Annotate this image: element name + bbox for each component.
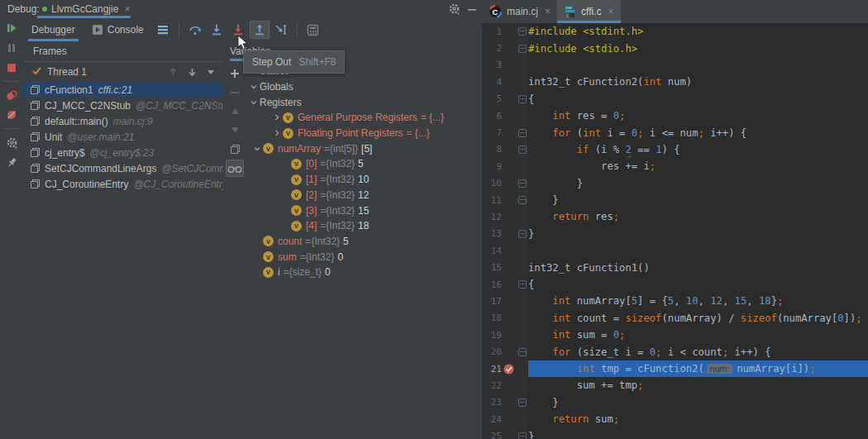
code-line-9[interactable]: 9 res += i; xyxy=(482,158,868,174)
variable-row[interactable]: v[0]= {Int32}5 xyxy=(245,156,482,172)
variable-row[interactable]: vi= {size_t}0 xyxy=(245,265,482,280)
gutter[interactable]: 8 xyxy=(482,141,528,158)
variable-row[interactable]: vFloating Point Registers= {...} xyxy=(245,126,482,141)
code-text[interactable]: for (size_t i = 0; i < count; i++) { xyxy=(528,343,868,360)
code-line-22[interactable]: 22 sum += tmp; xyxy=(482,377,868,394)
chevron-down-icon[interactable] xyxy=(248,83,260,91)
variable-row[interactable]: v[3]= {Int32}15 xyxy=(245,203,482,218)
variable-row[interactable]: v[1]= {Int32}10 xyxy=(245,172,482,188)
code-text[interactable] xyxy=(528,57,868,74)
fold-marker-icon[interactable] xyxy=(516,45,528,53)
code-text[interactable]: int sum = 0; xyxy=(528,327,868,343)
code-text[interactable]: { xyxy=(528,91,868,107)
chevron-right-icon[interactable] xyxy=(271,113,283,122)
gutter[interactable]: 2 xyxy=(482,40,528,56)
code-text[interactable]: int tmp = cFunction2(num:numArray[i]); xyxy=(528,360,868,377)
gutter[interactable]: 12 xyxy=(482,208,528,225)
fold-marker-icon[interactable] xyxy=(516,432,528,439)
pin-button[interactable] xyxy=(0,152,23,172)
fold-marker-icon[interactable] xyxy=(516,129,528,137)
code-text[interactable]: int32_t cFunction2(int num) xyxy=(528,74,868,90)
code-line-6[interactable]: 6 int res = 0; xyxy=(482,107,868,124)
code-line-19[interactable]: 19 int sum = 0; xyxy=(482,327,868,343)
frame-row[interactable]: default::main()main.cj:9 xyxy=(23,113,223,129)
settings-button[interactable] xyxy=(0,132,23,152)
code-text[interactable]: } xyxy=(528,226,868,242)
code-line-8[interactable]: 8 if (i % 2 == 1) { xyxy=(482,141,868,158)
down-arrow-icon[interactable] xyxy=(188,67,197,77)
dropdown-chevron-icon[interactable] xyxy=(207,69,215,75)
chevron-down-icon[interactable] xyxy=(248,98,260,107)
chevron-right-icon[interactable] xyxy=(271,129,283,137)
code-line-3[interactable]: 3 xyxy=(482,57,868,74)
pause-button[interactable] xyxy=(0,38,23,58)
code-text[interactable]: int count = sizeof(numArray) / sizeof(nu… xyxy=(528,310,868,327)
variable-row[interactable]: v[4]= {Int32}18 xyxy=(245,218,482,234)
code-text[interactable]: int numArray[5] = {5, 10, 12, 15, 18}; xyxy=(528,293,868,309)
settings-icon[interactable] xyxy=(448,2,460,15)
tab-debugger[interactable]: Debugger xyxy=(23,19,83,41)
fold-marker-icon[interactable] xyxy=(516,146,528,154)
gutter[interactable]: 17 xyxy=(482,293,528,309)
gutter[interactable]: 19 xyxy=(482,327,528,343)
fold-marker-icon[interactable] xyxy=(516,230,528,238)
threads-menu-icon[interactable] xyxy=(153,21,173,39)
code-text[interactable]: res += i; xyxy=(528,158,868,174)
code-line-7[interactable]: 7 for (int i = 0; i <= num; i++) { xyxy=(482,124,868,141)
code-line-13[interactable]: 13} xyxy=(482,226,868,242)
code-line-17[interactable]: 17 int numArray[5] = {5, 10, 12, 15, 18}… xyxy=(482,293,868,309)
frame-row[interactable]: cj_entry$@cj_entry$:23 xyxy=(23,145,223,160)
stop-button[interactable] xyxy=(0,58,23,78)
gutter[interactable]: 6 xyxy=(482,107,528,124)
breakpoint-check-icon[interactable] xyxy=(502,364,516,375)
gutter[interactable]: 3 xyxy=(482,57,528,74)
evaluate-expression-button[interactable] xyxy=(303,21,323,39)
code-area[interactable]: 1#include <stdint.h>2#include <stdio.h>3… xyxy=(482,23,868,439)
editor-tab-main.cj[interactable]: Cmain.cj× xyxy=(482,0,557,23)
gutter[interactable]: 20 xyxy=(482,343,528,360)
code-line-16[interactable]: 16{ xyxy=(482,276,868,293)
code-line-25[interactable]: 25} xyxy=(482,427,868,439)
variable-row[interactable]: Globals xyxy=(245,79,482,95)
gutter[interactable]: 9 xyxy=(482,158,528,174)
gutter[interactable]: 15 xyxy=(482,259,528,275)
code-text[interactable]: } xyxy=(528,427,868,439)
chevron-down-icon[interactable] xyxy=(251,145,263,153)
frame-row[interactable]: Unit@user.main:21 xyxy=(23,129,223,145)
resume-button[interactable] xyxy=(0,18,23,38)
variable-row[interactable]: vnumArray= {int[5]}[5] xyxy=(245,141,482,156)
code-line-18[interactable]: 18 int count = sizeof(numArray) / sizeof… xyxy=(482,310,868,327)
frame-row[interactable]: cFunction1cffi.c:21 xyxy=(23,82,223,98)
gutter[interactable]: 18 xyxy=(482,310,528,327)
code-text[interactable]: int res = 0; xyxy=(528,107,868,124)
move-down-button[interactable] xyxy=(226,122,244,139)
code-line-21[interactable]: 21 int tmp = cFunction2(num:numArray[i])… xyxy=(482,360,868,377)
code-line-1[interactable]: 1#include <stdint.h> xyxy=(482,23,868,40)
fold-marker-icon[interactable] xyxy=(516,398,528,407)
fold-marker-icon[interactable] xyxy=(516,95,528,103)
code-text[interactable]: { xyxy=(528,276,868,293)
variable-row[interactable]: v[2]= {Int32}12 xyxy=(245,188,482,203)
gutter[interactable]: 5 xyxy=(482,91,528,107)
tab-console[interactable]: Console xyxy=(83,19,152,41)
add-watch-button[interactable] xyxy=(226,64,244,82)
step-over-button[interactable] xyxy=(185,21,205,39)
duplicate-button[interactable] xyxy=(226,141,244,158)
gutter[interactable]: 1 xyxy=(482,23,528,40)
variable-row[interactable]: vsum= {Int32}0 xyxy=(245,249,482,265)
code-line-5[interactable]: 5{ xyxy=(482,91,868,107)
gutter[interactable]: 14 xyxy=(482,242,528,259)
step-into-button[interactable] xyxy=(207,21,227,39)
code-text[interactable]: int32_t cFunction1() xyxy=(528,259,868,275)
code-text[interactable]: if (i % 2 == 1) { xyxy=(528,141,868,158)
fold-marker-icon[interactable] xyxy=(516,348,528,356)
frame-row[interactable]: SetCJCommandLineArgs@SetCJComma xyxy=(23,160,223,176)
minimize-icon[interactable] xyxy=(467,4,477,14)
code-line-15[interactable]: 15int32_t cFunction1() xyxy=(482,259,868,275)
code-text[interactable]: #include <stdio.h> xyxy=(528,40,868,56)
code-text[interactable]: #include <stdint.h> xyxy=(528,23,868,40)
variable-row[interactable]: Registers xyxy=(245,94,482,110)
code-text[interactable]: } xyxy=(528,175,868,192)
step-out-button[interactable] xyxy=(250,21,269,39)
code-text[interactable]: return sum; xyxy=(528,411,868,427)
